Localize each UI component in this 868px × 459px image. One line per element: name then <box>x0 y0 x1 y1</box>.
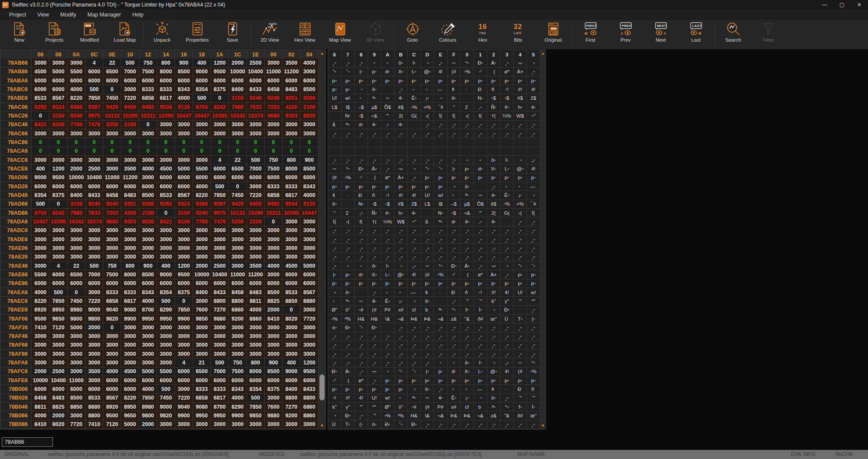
value-cell[interactable]: 3000 <box>103 358 121 367</box>
value-cell[interactable]: 0 <box>229 182 247 191</box>
value-cell[interactable]: 3000 <box>300 217 318 226</box>
ascii-cell[interactable]: ˆ▫ <box>395 420 408 429</box>
ascii-cell[interactable]: ¸▫ <box>514 121 527 129</box>
ascii-cell[interactable]: p▫ <box>395 279 408 288</box>
ascii-cell[interactable]: p▫ <box>527 76 540 85</box>
value-cell[interactable]: 750 <box>229 358 247 367</box>
value-cell[interactable]: 0 <box>49 138 67 147</box>
ascii-cell[interactable]: #! <box>514 85 527 94</box>
menu-item-project[interactable]: Project <box>3 10 32 19</box>
ascii-cell[interactable] <box>460 94 474 103</box>
value-cell[interactable]: 8333 <box>193 385 211 393</box>
value-cell[interactable]: 3000 <box>139 358 157 367</box>
ascii-cell[interactable] <box>447 138 461 147</box>
ascii-cell[interactable]: ¬▫ <box>395 164 408 173</box>
value-cell[interactable]: 6000 <box>283 174 300 182</box>
value-cell[interactable]: 9650 <box>121 411 139 420</box>
value-cell[interactable]: 2500 <box>85 164 103 173</box>
value-cell[interactable]: 6858 <box>103 297 121 305</box>
value-cell[interactable]: 0 <box>49 147 67 156</box>
value-cell[interactable]: 3000 <box>139 226 157 235</box>
value-cell[interactable]: 6000 <box>85 76 103 85</box>
ascii-cell[interactable]: p▫ <box>421 182 434 191</box>
ascii-cell[interactable]: @▫ <box>395 270 408 279</box>
ascii-cell[interactable]: ¸▫ <box>447 253 461 262</box>
ascii-cell[interactable]: Ê▫ <box>381 297 395 305</box>
ascii-cell[interactable]: ”▫ <box>395 367 408 376</box>
ascii-cell[interactable]: ¸▫ <box>421 235 434 244</box>
value-cell[interactable]: 3000 <box>265 129 283 138</box>
value-cell[interactable]: 3000 <box>121 235 139 244</box>
value-cell[interactable]: 6000 <box>68 182 85 191</box>
ascii-cell[interactable]: ¸▫ <box>368 253 381 262</box>
value-cell[interactable]: 3000 <box>265 253 283 262</box>
ascii-cell[interactable]: ¢ <box>487 385 501 393</box>
ascii-cell[interactable]: ¸▫ <box>421 244 434 252</box>
ascii-cell[interactable]: ¸▫ <box>487 226 501 235</box>
ascii-cell[interactable]: ▫▫ <box>381 94 395 103</box>
ascii-cell[interactable]: ª▫ <box>460 191 474 200</box>
value-cell[interactable]: 3000 <box>121 332 139 341</box>
ascii-cell[interactable]: p▫ <box>500 279 514 288</box>
ascii-cell[interactable]: ¸▫ <box>500 244 514 252</box>
ascii-cell[interactable]: ÷& <box>460 209 474 217</box>
ascii-cell[interactable]: p▫ <box>408 76 421 85</box>
ascii-cell[interactable]: ¸▫ <box>368 288 381 297</box>
value-cell[interactable]: 8800 <box>283 394 300 403</box>
ascii-cell[interactable]: °" <box>527 297 540 305</box>
value-cell[interactable]: 9292 <box>157 200 175 209</box>
ascii-cell[interactable]: 2 <box>460 103 474 111</box>
value-cell[interactable]: 0 <box>32 111 49 120</box>
ascii-cell[interactable] <box>408 121 421 129</box>
value-cell[interactable]: 9975 <box>211 209 229 217</box>
ascii-cell[interactable]: ¸▫ <box>487 341 501 350</box>
value-cell[interactable]: 500 <box>85 262 103 270</box>
ascii-cell[interactable]: d▫ <box>355 270 368 279</box>
value-cell[interactable]: 0 <box>68 288 85 297</box>
ascii-cell[interactable]: ¸▫ <box>395 358 408 367</box>
value-cell[interactable]: 11000 <box>229 270 247 279</box>
ascii-cell[interactable]: ¸▫ <box>355 341 368 350</box>
ascii-cell[interactable]: ¸▫ <box>421 332 434 341</box>
ascii-cell[interactable]: p▫ <box>381 385 395 393</box>
ascii-cell[interactable]: `" <box>474 297 487 305</box>
value-cell[interactable]: 500 <box>211 182 229 191</box>
ascii-cell[interactable]: p▫ <box>381 279 395 288</box>
ascii-cell[interactable]: ¸▫ <box>342 341 355 350</box>
ascii-cell[interactable]: p▫ <box>434 367 447 376</box>
value-cell[interactable]: 3000 <box>247 253 265 262</box>
value-cell[interactable]: 0 <box>157 209 175 217</box>
value-cell[interactable]: 3000 <box>157 420 175 429</box>
ascii-cell[interactable]: ö" <box>342 306 355 315</box>
value-cell[interactable]: 4000 <box>229 394 247 403</box>
value-cell[interactable]: 8375 <box>265 385 283 393</box>
value-cell[interactable]: 800 <box>283 156 300 164</box>
value-cell[interactable]: 6000 <box>211 76 229 85</box>
value-cell[interactable]: 3000 <box>49 129 67 138</box>
ascii-cell[interactable]: p▫ <box>447 76 461 85</box>
value-cell[interactable]: 10290 <box>247 209 265 217</box>
ascii-cell[interactable]: œ" <box>487 315 501 323</box>
value-cell[interactable]: 6000 <box>211 164 229 173</box>
ascii-cell[interactable]: p▫ <box>342 385 355 393</box>
ascii-cell[interactable]: (▫ <box>355 420 368 429</box>
ascii-cell[interactable]: Ä▫ <box>342 367 355 376</box>
value-cell[interactable]: 3000 <box>175 332 193 341</box>
ascii-cell[interactable]: ▫ <box>447 182 461 191</box>
ascii-cell[interactable]: · <box>460 85 474 94</box>
ascii-cell[interactable]: ▫ <box>500 182 514 191</box>
ascii-cell[interactable]: 4! <box>408 270 421 279</box>
value-cell[interactable]: 3000 <box>175 323 193 332</box>
value-cell[interactable]: 3000 <box>139 323 157 332</box>
value-cell[interactable]: 4000 <box>103 367 121 376</box>
ascii-cell[interactable]: ¸▫ <box>421 350 434 358</box>
value-cell[interactable]: 9000 <box>193 68 211 76</box>
ascii-cell[interactable]: z& <box>447 315 461 323</box>
ascii-cell[interactable]: ›( <box>514 209 527 217</box>
ascii-cell[interactable]: 4! <box>434 68 447 76</box>
ascii-cell[interactable]: N▫ <box>355 200 368 209</box>
value-cell[interactable]: 10395 <box>49 217 67 226</box>
ascii-cell[interactable]: p▫ <box>474 174 487 182</box>
value-cell[interactable]: 2000 <box>32 367 49 376</box>
value-cell[interactable]: 3000 <box>139 341 157 350</box>
